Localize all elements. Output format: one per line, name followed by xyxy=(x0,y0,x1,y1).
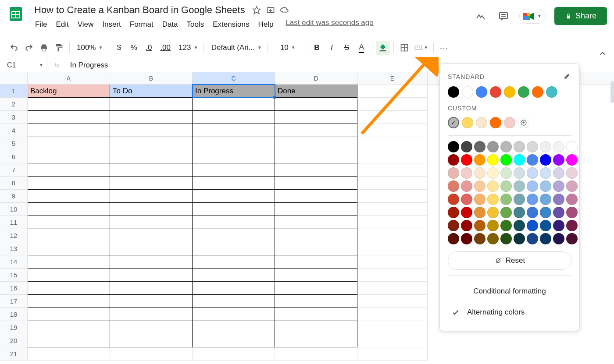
cell[interactable] xyxy=(357,269,428,282)
cell[interactable] xyxy=(193,334,275,347)
cell[interactable] xyxy=(357,98,428,111)
cell[interactable] xyxy=(28,137,110,150)
bold-button[interactable]: B xyxy=(310,41,324,55)
merge-cells-button[interactable]: ▼ xyxy=(412,41,430,55)
font-size-dropdown[interactable]: 10▼ xyxy=(271,41,302,55)
fill-color-button[interactable] xyxy=(376,41,390,55)
row-header[interactable]: 19 xyxy=(0,321,28,334)
cell[interactable] xyxy=(28,282,110,295)
color-swatch[interactable] xyxy=(500,141,512,152)
row-header[interactable]: 3 xyxy=(0,111,28,124)
cell[interactable] xyxy=(28,150,110,163)
color-swatch[interactable] xyxy=(462,117,473,128)
cell[interactable] xyxy=(275,269,357,282)
cell[interactable] xyxy=(193,295,275,308)
color-swatch[interactable] xyxy=(540,141,551,152)
row-header[interactable]: 21 xyxy=(0,347,28,360)
color-swatch[interactable] xyxy=(490,117,501,128)
cell[interactable] xyxy=(193,255,275,269)
cell[interactable] xyxy=(110,334,193,347)
color-swatch[interactable] xyxy=(527,154,538,166)
cell[interactable]: Backlog xyxy=(28,85,110,98)
cell[interactable] xyxy=(275,229,357,242)
color-swatch[interactable] xyxy=(476,117,487,128)
cell[interactable] xyxy=(275,177,357,190)
cell[interactable] xyxy=(275,111,357,124)
color-swatch[interactable] xyxy=(500,180,512,192)
color-swatch[interactable] xyxy=(514,220,525,231)
color-swatch[interactable] xyxy=(527,233,538,244)
color-swatch[interactable] xyxy=(461,207,472,218)
cell[interactable]: In Progress xyxy=(193,85,275,98)
cell[interactable] xyxy=(275,98,357,111)
color-swatch[interactable] xyxy=(474,233,485,244)
cell[interactable] xyxy=(357,124,428,137)
cell[interactable] xyxy=(357,255,428,269)
color-swatch[interactable] xyxy=(527,194,538,205)
reset-button[interactable]: Reset xyxy=(448,251,571,270)
cell[interactable] xyxy=(357,203,428,216)
cell[interactable] xyxy=(275,321,357,334)
color-swatch[interactable] xyxy=(500,220,512,231)
cell[interactable] xyxy=(193,203,275,216)
color-swatch[interactable] xyxy=(487,194,499,205)
cell[interactable] xyxy=(357,150,428,163)
cell[interactable] xyxy=(28,295,110,308)
cell[interactable] xyxy=(275,295,357,308)
color-swatch[interactable] xyxy=(448,207,459,218)
cell[interactable] xyxy=(275,124,357,137)
strikethrough-button[interactable]: S xyxy=(339,41,353,55)
color-swatch[interactable] xyxy=(527,141,538,152)
cell[interactable] xyxy=(275,216,357,229)
menu-format[interactable]: Format xyxy=(126,18,157,31)
italic-button[interactable]: I xyxy=(325,41,339,55)
cell[interactable] xyxy=(357,177,428,190)
color-swatch[interactable] xyxy=(500,167,512,179)
color-swatch[interactable] xyxy=(514,167,525,179)
color-swatch[interactable] xyxy=(504,86,515,98)
row-header[interactable]: 7 xyxy=(0,163,28,177)
color-swatch[interactable] xyxy=(553,141,564,152)
col-header-e[interactable]: E xyxy=(357,72,428,84)
row-header[interactable]: 5 xyxy=(0,137,28,150)
name-box[interactable]: C1▼ xyxy=(4,58,47,72)
row-header[interactable]: 16 xyxy=(0,282,28,295)
color-swatch[interactable] xyxy=(474,180,485,192)
meet-button[interactable]: ▼ xyxy=(519,9,546,24)
cell[interactable] xyxy=(110,177,193,190)
edit-icon[interactable] xyxy=(564,72,571,81)
menu-file[interactable]: File xyxy=(32,18,50,31)
cell[interactable] xyxy=(28,177,110,190)
row-header[interactable]: 20 xyxy=(0,334,28,347)
color-swatch[interactable] xyxy=(500,154,512,166)
color-swatch[interactable] xyxy=(474,154,485,166)
color-swatch[interactable] xyxy=(448,233,459,244)
color-swatch[interactable] xyxy=(566,167,578,179)
color-swatch[interactable] xyxy=(514,194,525,205)
menu-help[interactable]: Help xyxy=(254,18,277,31)
color-swatch[interactable] xyxy=(527,220,538,231)
col-header-b[interactable]: B xyxy=(110,72,193,84)
color-swatch[interactable] xyxy=(546,86,557,98)
cell[interactable] xyxy=(275,137,357,150)
color-swatch[interactable] xyxy=(487,207,499,218)
cell[interactable] xyxy=(28,308,110,321)
cell[interactable] xyxy=(110,163,193,177)
row-header[interactable]: 6 xyxy=(0,150,28,163)
cell[interactable] xyxy=(110,203,193,216)
borders-button[interactable] xyxy=(397,41,411,55)
cell[interactable] xyxy=(193,177,275,190)
cell[interactable] xyxy=(28,242,110,255)
color-swatch[interactable] xyxy=(566,180,578,192)
currency-button[interactable]: $ xyxy=(112,41,126,55)
color-swatch[interactable] xyxy=(500,207,512,218)
cell[interactable] xyxy=(193,229,275,242)
cell[interactable] xyxy=(193,321,275,334)
color-swatch[interactable] xyxy=(461,180,472,192)
color-swatch[interactable] xyxy=(461,233,472,244)
color-swatch[interactable] xyxy=(527,167,538,179)
number-format-dropdown[interactable]: 123▼ xyxy=(175,41,200,55)
menu-tools[interactable]: Tools xyxy=(183,18,208,31)
cell[interactable] xyxy=(275,242,357,255)
document-title[interactable]: How to Create a Kanban Board in Google S… xyxy=(32,4,248,17)
